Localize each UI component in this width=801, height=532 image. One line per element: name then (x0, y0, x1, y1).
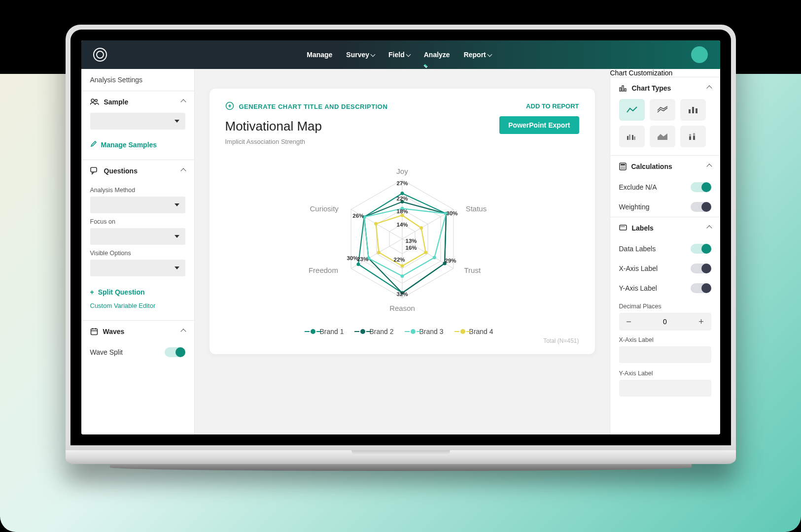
section-labels: Labels Data Labels X-Axis Label (610, 217, 720, 397)
stepper-minus-button[interactable]: − (619, 313, 639, 331)
stepper-plus-button[interactable]: + (692, 313, 711, 331)
svg-point-70 (621, 166, 622, 167)
svg-point-38 (400, 264, 404, 267)
field-label: Y-Axis Label (610, 370, 720, 377)
section-chart-types-header[interactable]: Chart Types (610, 77, 720, 99)
label-icon (619, 225, 627, 232)
chart-type-line[interactable] (619, 99, 645, 121)
section-label: Chart Types (632, 84, 671, 92)
nav-label: Report (464, 51, 486, 59)
svg-rect-62 (632, 135, 633, 140)
svg-text:13%: 13% (405, 238, 417, 244)
nav-label: Survey (346, 51, 369, 59)
field-label: Decimal Places (610, 303, 720, 310)
nav-manage[interactable]: Manage (307, 51, 332, 59)
main-content: GENERATE CHART TITLE AND DESCRIPTION Mot… (195, 69, 610, 434)
nav-report[interactable]: Report (464, 51, 491, 59)
y-axis-label-toggle[interactable] (691, 283, 711, 293)
split-question-link[interactable]: + Split Question (90, 285, 185, 299)
legend-marker-icon (360, 329, 365, 334)
app-header: Manage Survey Field Analyze Report (81, 40, 720, 69)
exclude-na-row: Exclude N/A (610, 177, 720, 197)
section-sample-header[interactable]: Sample (81, 91, 194, 113)
chart-type-bar[interactable] (680, 99, 706, 121)
legend-label: Brand 2 (369, 328, 393, 335)
chart-card: GENERATE CHART TITLE AND DESCRIPTION Mot… (209, 89, 595, 354)
toggle-label: Wave Split (90, 348, 123, 356)
legend-marker-icon (311, 329, 315, 334)
svg-point-72 (624, 166, 625, 167)
x-axis-label-input[interactable] (619, 346, 711, 363)
chart-type-grouped-bar[interactable] (619, 126, 645, 147)
manage-samples-link[interactable]: Manage Samples (90, 137, 185, 152)
legend-marker-icon (411, 329, 416, 334)
svg-point-31 (432, 256, 436, 259)
legend-label: Brand 1 (319, 328, 344, 335)
nav-survey[interactable]: Survey (346, 51, 375, 59)
svg-text:23%: 23% (357, 256, 368, 262)
y-axis-label-input[interactable] (619, 380, 711, 397)
svg-rect-60 (627, 136, 628, 140)
legend-item[interactable]: Brand 4 (460, 328, 493, 335)
chart-type-stacked-bar[interactable] (680, 126, 706, 147)
svg-rect-69 (621, 164, 625, 166)
section-waves: Waves Wave Split (81, 320, 194, 362)
nav-analyze[interactable]: Analyze (424, 51, 450, 59)
svg-text:Status: Status (465, 204, 487, 213)
section-questions: Questions Analysis Method Focus on Visib… (81, 160, 194, 320)
section-labels-header[interactable]: Labels (610, 217, 720, 239)
people-icon (90, 99, 99, 105)
link-label: Manage Samples (101, 141, 157, 149)
data-labels-toggle[interactable] (691, 244, 711, 254)
visible-options-dropdown[interactable] (90, 260, 185, 276)
field-label: Visible Options (90, 250, 185, 257)
nav-label: Field (388, 51, 405, 59)
svg-rect-56 (625, 89, 626, 91)
nav-field[interactable]: Field (388, 51, 410, 59)
analysis-method-dropdown[interactable] (90, 197, 185, 213)
chart-type-area[interactable] (650, 126, 675, 147)
stepper-value: 0 (639, 318, 692, 326)
radar-chart: JoyStatusTrustReasonFreedomCuriosity27%2… (225, 145, 579, 323)
exclude-na-toggle[interactable] (691, 182, 711, 192)
focus-on-dropdown[interactable] (90, 228, 185, 245)
section-calculations-header[interactable]: Calculations (610, 156, 720, 177)
svg-text:Reason: Reason (389, 304, 415, 312)
svg-point-71 (622, 166, 623, 167)
svg-point-17 (400, 192, 404, 195)
decimal-places-stepper[interactable]: − 0 + (619, 313, 711, 331)
wave-split-toggle[interactable] (165, 347, 185, 357)
calendar-icon (90, 328, 98, 335)
plus-icon: + (90, 288, 94, 296)
section-waves-header[interactable]: Waves (81, 321, 194, 342)
toggle-label: Data Labels (619, 245, 656, 253)
legend-item[interactable]: Brand 3 (411, 328, 444, 335)
svg-text:Joy: Joy (396, 167, 408, 175)
svg-rect-2 (91, 167, 97, 172)
custom-variable-editor-link[interactable]: Custom Variable Editor (90, 299, 185, 312)
user-avatar[interactable] (691, 46, 708, 63)
app-logo-icon[interactable] (93, 48, 107, 62)
legend-label: Brand 4 (469, 328, 493, 335)
svg-point-0 (91, 99, 94, 102)
svg-rect-58 (692, 107, 694, 113)
add-to-report-link[interactable]: ADD TO REPORT (526, 102, 579, 110)
legend-item[interactable]: Brand 2 (360, 328, 393, 335)
x-axis-label-toggle[interactable] (691, 264, 711, 273)
svg-text:32%: 32% (396, 291, 408, 297)
weighting-toggle[interactable] (691, 202, 711, 212)
chart-type-stacked-line[interactable] (650, 99, 675, 121)
field-label: Focus on (90, 218, 185, 225)
svg-point-1 (95, 100, 97, 102)
powerpoint-export-button[interactable]: PowerPoint Export (499, 116, 579, 134)
svg-point-21 (356, 263, 360, 266)
toggle-label: X-Axis Label (619, 265, 658, 272)
legend-item[interactable]: Brand 1 (311, 328, 344, 335)
sample-dropdown[interactable] (90, 113, 185, 130)
svg-point-79 (624, 226, 625, 227)
svg-point-73 (621, 168, 622, 169)
generate-title-link[interactable]: GENERATE CHART TITLE AND DESCRIPTION (225, 101, 388, 112)
section-questions-header[interactable]: Questions (81, 160, 194, 182)
svg-point-77 (621, 226, 622, 227)
svg-text:29%: 29% (445, 258, 456, 264)
